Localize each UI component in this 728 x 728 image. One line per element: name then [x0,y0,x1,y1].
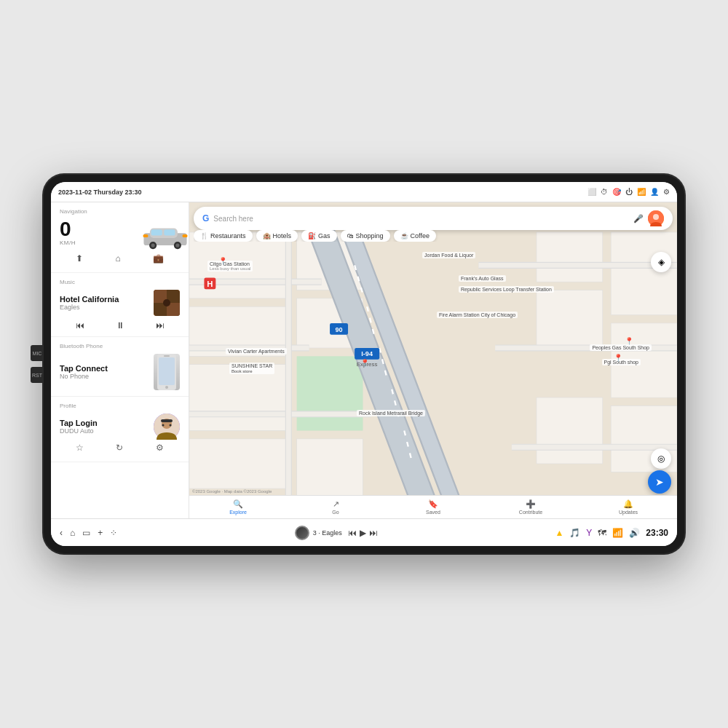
location-button[interactable]: ➤ [648,470,671,494]
yahoo-icon[interactable]: Y [586,528,592,538]
speed-unit: KM/H [60,240,76,246]
screen: 2023-11-02 Thursday 23:30 ⬜ ⏱ 🎯 ⏻ 📶 👤 ⚙ … [51,182,677,546]
svg-point-17 [165,386,168,389]
profile-label: Profile [60,403,180,409]
chip-coffee[interactable]: ☕ Coffee [394,230,436,242]
favorite-btn[interactable]: ☆ [76,443,84,453]
main-content: Navigation 0 KM/H [51,202,677,518]
apps-btn[interactable]: ⁘ [110,528,117,538]
profile-avatar [154,414,180,440]
map-bottom-tabs: 🔍 Explore ↗ Go 🔖 Saved ➕ Contribute [189,495,677,518]
svg-rect-11 [154,290,167,303]
np-next-btn[interactable]: ⏭ [369,528,378,538]
bluetooth-section: Bluetooth Phone Tap Connect No Phone [51,337,189,397]
car-icon [140,222,180,244]
pin-peoples: 📍 [625,337,633,345]
profile-text: Tap Login DUDU Auto [60,419,98,435]
google-logo: G [202,213,209,223]
svg-point-22 [170,424,172,427]
tab-saved[interactable]: 🔖 Saved [384,496,482,518]
svg-text:H: H [207,280,213,288]
rst-button[interactable]: RST [31,367,44,383]
map-layers-button[interactable]: ◈ [651,252,671,272]
svg-rect-3 [164,229,175,235]
add-nav-btn[interactable]: + [98,528,103,538]
settings-btn[interactable]: ⚙ [156,443,164,453]
home-nav-btn[interactable]: ⌂ [70,528,75,538]
map-search-bar: G Search here 🎤 [194,207,673,230]
album-art [154,290,180,316]
svg-rect-37 [297,356,363,430]
bt-text: Tap Connect No Phone [60,364,108,380]
tab-updates[interactable]: 🔔 Updates [579,496,677,518]
user-avatar[interactable] [648,210,664,226]
svg-point-7 [175,243,179,247]
bluetooth-label: Bluetooth Phone [60,343,180,349]
work-btn[interactable]: 💼 [153,253,164,264]
chip-gas[interactable]: ⛽ Gas [301,230,337,242]
svg-rect-20 [161,419,173,422]
system-status: ▲ 🎵 Y 🗺 📶 🔊 23:30 [555,528,668,538]
map-area[interactable]: 90 I-94 Express H G Search here 🎤 [189,202,677,518]
bt-subtitle: No Phone [60,373,108,380]
place-citgo: Citgo Gas Station Less busy than usual [207,261,253,272]
prev-btn[interactable]: ⏮ [76,320,84,331]
np-controls: ⏮ ▶ ⏭ [348,528,378,538]
compass-button[interactable]: ◎ [651,448,671,469]
mic-button[interactable]: MIC [31,345,44,361]
volume-icon[interactable]: 🔊 [629,528,640,538]
music-app-icon[interactable]: 🎵 [569,528,580,538]
profile-section: Profile Tap Login DUDU Auto [51,397,189,462]
svg-rect-33 [537,397,603,464]
status-bar: 2023-11-02 Thursday 23:30 ⬜ ⏱ 🎯 ⏻ 📶 👤 ⚙ [51,182,677,202]
nav-controls: ⬆ ⌂ 💼 [60,250,180,266]
timer-icon: ⏱ [601,188,608,196]
navigation-section: Navigation 0 KM/H [51,202,189,273]
mic-search-icon[interactable]: 🎤 [633,214,644,223]
tab-explore[interactable]: 🔍 Explore [189,496,287,518]
location-yellow-icon: ▲ [555,528,563,538]
chip-hotels[interactable]: 🏨 Hotels [256,230,298,242]
filter-chips: 🍴 Restaurants 🏨 Hotels ⛽ Gas 🛍 Shopping [194,230,673,242]
np-play-btn[interactable]: ▶ [360,528,366,538]
svg-rect-15 [159,357,175,385]
chip-restaurants[interactable]: 🍴 Restaurants [194,230,253,242]
svg-point-60 [653,214,659,220]
nav-controls-bottom: ‹ ⌂ ▭ + ⁘ [60,528,117,538]
place-vivian: Vivian Carter Apartments [226,348,287,355]
navigate-btn[interactable]: ⬆ [76,253,83,264]
np-album-art [295,526,309,540]
music-text: Hotel California Eagles [60,295,154,311]
pause-btn[interactable]: ⏸ [116,320,124,331]
next-btn[interactable]: ⏭ [156,320,165,331]
speed-display: 0 KM/H [60,219,76,246]
svg-point-21 [162,424,165,427]
pin-citgo: 📍 [218,257,227,265]
np-prev-btn[interactable]: ⏮ [348,528,357,538]
time-display: 23:30 [646,528,668,538]
svg-point-13 [163,299,170,306]
recent-nav-btn[interactable]: ▭ [82,528,90,538]
maps-app-icon[interactable]: 🗺 [598,528,606,538]
svg-point-5 [151,243,155,247]
place-sunshine: SUNSHINE STARBook store [229,363,274,374]
place-rock-island: Rock Island Metrarail Bridge [357,410,425,416]
chip-shopping[interactable]: 🛍 Shopping [341,230,390,242]
svg-rect-8 [183,234,188,237]
search-box[interactable]: G Search here 🎤 [194,207,673,230]
profile-name: Tap Login [60,419,98,427]
tab-go[interactable]: ↗ Go [287,496,384,518]
refresh-btn[interactable]: ↻ [116,443,123,453]
place-fire: Fire Alarm Station City of Chicago [437,312,518,318]
svg-rect-10 [154,290,180,316]
svg-text:90: 90 [335,326,342,333]
back-nav-btn[interactable]: ‹ [60,528,63,538]
tab-contribute[interactable]: ➕ Contribute [482,496,579,518]
music-title: Hotel California [60,295,154,304]
music-artist: Eagles [60,304,154,311]
side-buttons: MIC RST [31,345,44,383]
user-icon: 👤 [650,188,659,196]
music-section: Music Hotel California Eagles [51,273,189,337]
home-btn[interactable]: ⌂ [115,253,120,264]
music-controls: ⏮ ⏸ ⏭ [60,320,180,331]
